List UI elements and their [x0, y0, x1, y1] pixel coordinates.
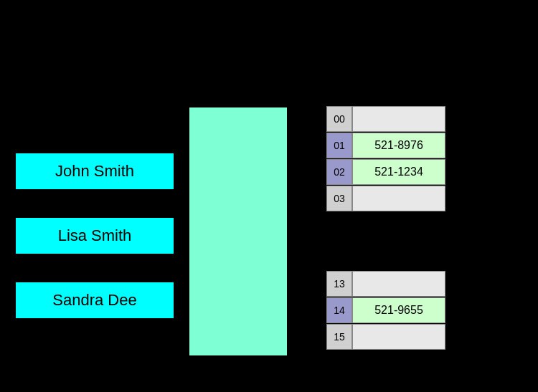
slot-index-00: 00 — [326, 106, 352, 132]
slot-index-14: 14 — [326, 297, 352, 323]
person-name-lisa: Lisa Smith — [58, 226, 132, 245]
slot-group-top: 00 01 521-8976 02 521-1234 03 — [326, 106, 445, 211]
slot-value-13 — [352, 271, 445, 297]
person-sandra-dee[interactable]: Sandra Dee — [14, 281, 175, 320]
person-john-smith[interactable]: John Smith — [14, 152, 175, 191]
slot-row-13: 13 — [326, 271, 445, 297]
slot-row-15: 15 — [326, 324, 445, 350]
main-canvas: John Smith Lisa Smith Sandra Dee 00 01 5… — [0, 0, 538, 392]
slot-index-01: 01 — [326, 133, 352, 158]
person-name-sandra: Sandra Dee — [52, 291, 136, 310]
slot-index-15: 15 — [326, 324, 352, 350]
slot-row-00: 00 — [326, 106, 445, 132]
slot-row-14: 14 521-9655 — [326, 297, 445, 323]
slot-value-00 — [352, 106, 445, 132]
slot-value-15 — [352, 324, 445, 350]
slot-group-bottom: 13 14 521-9655 15 — [326, 271, 445, 350]
person-lisa-smith[interactable]: Lisa Smith — [14, 216, 175, 255]
slot-index-02: 02 — [326, 159, 352, 185]
slot-index-03: 03 — [326, 186, 352, 211]
slot-row-01: 01 521-8976 — [326, 133, 445, 158]
slot-value-01: 521-8976 — [352, 133, 445, 158]
central-index-block — [188, 106, 288, 357]
slot-value-02: 521-1234 — [352, 159, 445, 185]
slot-row-03: 03 — [326, 186, 445, 211]
person-name-john: John Smith — [55, 162, 134, 181]
slot-index-13: 13 — [326, 271, 352, 297]
slot-value-14: 521-9655 — [352, 297, 445, 323]
slot-value-03 — [352, 186, 445, 211]
slot-row-02: 02 521-1234 — [326, 159, 445, 185]
